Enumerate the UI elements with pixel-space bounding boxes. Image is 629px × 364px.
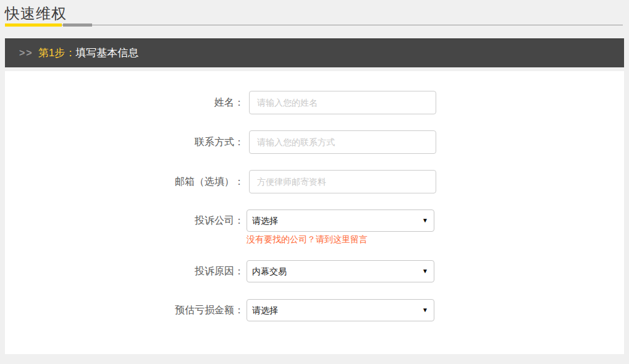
form-row-email: 邮箱（选填）： (5, 170, 624, 193)
form-row-company: 投诉公司： 请选择 ▼ 没有要找的公司？请到这里留言 (5, 210, 624, 244)
company-not-found-link[interactable]: 没有要找的公司？请到这里留言 (247, 234, 434, 244)
step-number-label: 第1步： (38, 46, 75, 60)
loss-amount-select[interactable]: 请选择 (247, 299, 434, 321)
step-title: 填写基本信息 (75, 46, 138, 60)
title-divider-line (5, 25, 623, 25)
form-row-loss-amount: 预估亏损金额： 请选择 ▼ (5, 299, 624, 321)
title-underline-yellow (5, 23, 62, 27)
contact-input[interactable] (249, 130, 436, 154)
email-label: 邮箱（选填）： (5, 170, 244, 193)
company-select[interactable]: 请选择 (247, 210, 434, 232)
name-label: 姓名： (5, 91, 244, 114)
title-underline-gray (63, 23, 92, 27)
step-banner: >> 第1步： 填写基本信息 (5, 38, 624, 67)
contact-label: 联系方式： (5, 130, 244, 154)
form-row-name: 姓名： (5, 91, 624, 114)
company-label: 投诉公司： (5, 210, 244, 232)
loss-amount-label: 预估亏损金额： (5, 299, 244, 321)
form-row-contact: 联系方式： (5, 130, 624, 154)
quick-rights-page: 快速维权 >> 第1步： 填写基本信息 姓名： 联系方式： 邮箱（选填）： 投诉… (0, 0, 629, 364)
form-panel: 姓名： 联系方式： 邮箱（选填）： 投诉公司： 请选择 ▼ 没有要找的公司？请到… (5, 71, 624, 354)
email-input[interactable] (249, 170, 436, 193)
form-row-reason: 投诉原因： 内幕交易 ▼ (5, 260, 624, 282)
page-title: 快速维权 (5, 4, 67, 23)
double-chevron-icon: >> (19, 48, 33, 59)
name-input[interactable] (249, 91, 436, 114)
reason-select[interactable]: 内幕交易 (247, 260, 434, 282)
reason-label: 投诉原因： (5, 260, 244, 282)
